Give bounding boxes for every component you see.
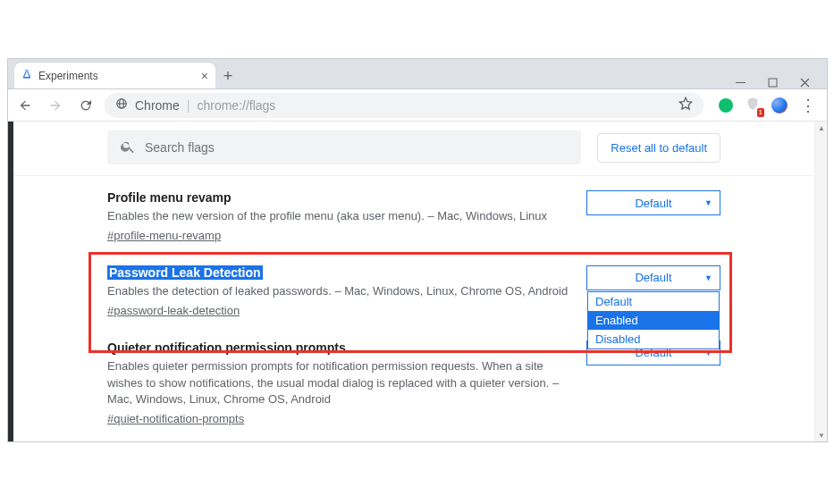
dropdown-option[interactable]: Default (588, 292, 719, 311)
search-input[interactable] (145, 140, 569, 155)
extension-green-icon[interactable] (718, 97, 734, 113)
search-row: Reset all to default (13, 122, 814, 176)
browser-tab-experiments[interactable]: Experiments × (14, 63, 215, 88)
flag-select-value: Default (635, 197, 671, 210)
scroll-down-arrow[interactable]: ▼ (815, 429, 828, 441)
omnibox-path: chrome://flags (197, 98, 275, 113)
scrollbar-track[interactable]: ▲ ▼ (814, 122, 827, 441)
dropdown-option[interactable]: Enabled (588, 311, 719, 330)
flag-select[interactable]: DefaultDefaultEnabledDisabled (586, 265, 720, 290)
new-tab-button[interactable]: + (215, 63, 240, 88)
flag-text: Password Leak DetectionEnables the detec… (107, 265, 569, 317)
flag-anchor-link[interactable]: #quiet-notification-prompts (107, 412, 244, 425)
svg-rect-0 (736, 82, 746, 83)
flag-select[interactable]: Default (586, 190, 720, 215)
search-box[interactable] (107, 130, 581, 164)
minimize-icon[interactable] (734, 76, 746, 88)
close-tab-icon[interactable]: × (201, 69, 208, 83)
close-window-icon[interactable] (798, 76, 811, 88)
forward-button[interactable] (44, 94, 67, 117)
avatar[interactable] (771, 97, 788, 113)
flag-anchor-link[interactable]: #profile-menu-revamp (107, 229, 221, 242)
maximize-icon[interactable] (766, 76, 779, 88)
reset-all-button[interactable]: Reset all to default (597, 133, 720, 163)
flask-icon (21, 69, 32, 82)
flag-select-value: Default (635, 271, 671, 284)
flag-description: Enables the detection of leaked password… (107, 283, 569, 300)
extension-shield-icon[interactable]: 1 (745, 97, 761, 113)
flag-row: Profile menu revampEnables the new versi… (13, 176, 814, 251)
flag-dropdown-list: DefaultEnabledDisabled (587, 291, 720, 349)
tab-title: Experiments (38, 70, 98, 82)
scroll-up-arrow[interactable]: ▲ (815, 122, 828, 134)
dropdown-option[interactable]: Disabled (588, 330, 719, 349)
flag-text: Quieter notification permission promptsE… (107, 340, 569, 426)
flag-description: Enables quieter permission prompts for n… (107, 358, 569, 409)
tab-strip: Experiments × + (8, 59, 827, 89)
address-bar[interactable]: Chrome | chrome://flags (105, 93, 703, 118)
flag-anchor-link[interactable]: #password-leak-detection (107, 304, 240, 317)
flag-text: Profile menu revampEnables the new versi… (107, 190, 569, 242)
omnibox-origin: Chrome (135, 98, 180, 113)
browser-window: Experiments × + (7, 58, 828, 442)
browser-toolbar: Chrome | chrome://flags 1 ⋮ (8, 89, 827, 122)
extension-icons: 1 ⋮ (711, 96, 821, 115)
back-button[interactable] (13, 94, 37, 117)
search-icon (120, 139, 136, 157)
chrome-menu-button[interactable]: ⋮ (798, 96, 818, 115)
svg-rect-1 (769, 79, 777, 87)
reload-button[interactable] (74, 94, 97, 117)
flag-title: Password Leak Detection (107, 265, 263, 280)
flag-row: Password Leak DetectionEnables the detec… (13, 251, 814, 326)
extension-badge: 1 (757, 108, 764, 117)
window-controls (734, 76, 827, 88)
omnibox-separator: | (187, 98, 190, 113)
bookmark-star-icon[interactable] (678, 97, 693, 113)
flag-description: Enables the new version of the profile m… (107, 208, 569, 225)
site-info-icon[interactable] (115, 97, 128, 113)
flag-title: Profile menu revamp (107, 190, 569, 205)
flag-title: Quieter notification permission prompts (107, 340, 569, 355)
page-viewport: Reset all to default Profile menu revamp… (13, 122, 814, 441)
